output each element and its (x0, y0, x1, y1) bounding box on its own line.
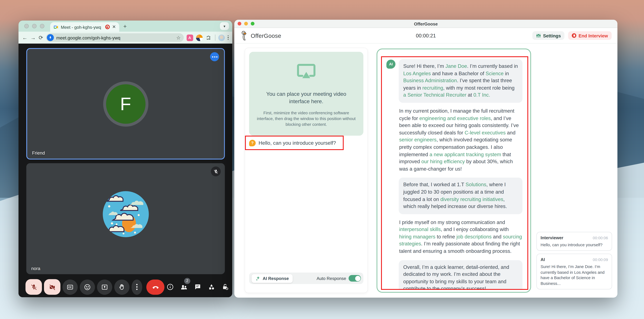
interviewer-question: ? Hello, can you introduce yourself? (245, 136, 344, 150)
participant-tile-nora[interactable]: nora (26, 163, 225, 274)
transcript-timestamp: 00:00:09 (593, 257, 608, 262)
avatar-initial: F (120, 94, 131, 114)
toggle-knob (355, 276, 360, 281)
meeting-panel: You can place your meeting video interfa… (245, 48, 368, 293)
sliders-icon (536, 33, 541, 38)
highlighted-phrase: a Senior Technical Recruiter (403, 92, 466, 98)
camera-button[interactable] (44, 279, 60, 295)
end-interview-button[interactable]: End Interview (568, 31, 612, 40)
tile-more-options-button[interactable] (210, 52, 219, 61)
leave-call-button[interactable] (146, 280, 164, 294)
window-title: OfferGoose (234, 21, 618, 26)
participant-avatar-illustration (103, 191, 149, 237)
highlighted-phrase: job descriptions (456, 234, 492, 240)
auto-response-toggle[interactable] (348, 275, 361, 282)
browser-menu-icon[interactable] (228, 35, 229, 40)
transcript-timestamp: 00:00:06 (593, 236, 608, 240)
video-placeholder: You can place your meeting video interfa… (249, 52, 364, 136)
offergoose-header: OfferGoose 00:00:21 Settings End Intervi… (234, 28, 618, 44)
browser-tab[interactable]: Meet - goh-kghs-ywq ✕ (50, 22, 119, 32)
mic-icon (48, 36, 52, 40)
response-text: Sure! Hi there, I’m (403, 63, 446, 69)
ai-response-button[interactable]: AI Response (252, 274, 292, 283)
people-button[interactable]: 2 (180, 283, 188, 291)
mic-off-icon (213, 169, 218, 174)
highlighted-phrase: senior engineers (399, 137, 436, 143)
transcript-card[interactable]: Interviewer00:00:06Hello, can you introd… (536, 232, 612, 251)
question-text: Hello, can you introduce yourself? (258, 140, 336, 146)
offergoose-window: OfferGoose OfferGoose 00:00:21 (234, 20, 618, 298)
response-text: Before that, I worked at 1.T (403, 182, 466, 188)
browser-tab-strip: Meet - goh-kghs-ywq ✕ + ▾ (18, 20, 232, 32)
participant-muted-icon (211, 166, 221, 176)
captions-icon (66, 284, 74, 290)
close-window-button[interactable] (24, 24, 29, 28)
auto-response-control: Auto Response (317, 275, 361, 282)
info-icon (166, 283, 174, 291)
settings-label: Settings (543, 33, 561, 38)
transcript-card[interactable]: AI00:00:09Sure! Hi there, I’m Jane Doe. … (536, 254, 612, 290)
highlighted-phrase: recruiting (422, 85, 443, 91)
meet-favicon (54, 24, 58, 30)
ai-avatar: AI (386, 60, 396, 69)
offergoose-body: You can place your meeting video interfa… (234, 44, 618, 297)
response-controls: AI Response Auto Response (249, 272, 364, 284)
highlighted-phrase: a new applicant tracking system (430, 152, 501, 157)
captions-button[interactable] (62, 280, 78, 294)
mic-button[interactable] (26, 279, 42, 295)
present-button[interactable] (97, 280, 112, 294)
response-paragraph: In my current position, I manage the ful… (399, 106, 522, 174)
activities-button[interactable] (208, 283, 216, 291)
camera-off-icon (49, 284, 56, 290)
highlighted-phrase: our hiring efficiency (421, 159, 465, 164)
transcript-text: Sure! Hi there, I’m Jane Doe. I’m curren… (540, 264, 608, 286)
forward-button[interactable]: → (30, 35, 36, 40)
placeholder-title: You can place your meeting video interfa… (256, 90, 357, 105)
placeholder-subtitle: First, minimize the video conferencing s… (256, 110, 357, 128)
response-text: , with my most recent role being (443, 85, 514, 91)
url-bar[interactable]: meet.google.com/goh-kghs-ywq ☆ (46, 33, 184, 42)
chat-button[interactable] (194, 283, 202, 291)
tab-title: Meet - goh-kghs-ywq (61, 24, 103, 30)
toolbar-divider (215, 34, 215, 41)
tab-close-button[interactable]: ✕ (112, 25, 116, 29)
back-button[interactable]: ← (22, 35, 28, 40)
end-interview-label: End Interview (578, 33, 608, 38)
transcript-sidebar: Interviewer00:00:06Hello, can you introd… (536, 48, 612, 293)
highlighted-phrase: Science (486, 70, 504, 76)
site-info-icon[interactable] (47, 34, 54, 41)
url-text: meet.google.com/goh-kghs-ywq (56, 35, 174, 40)
extensions-puzzle-icon[interactable] (206, 34, 212, 41)
zoom-window-button[interactable] (40, 24, 44, 28)
participant-tile-friend[interactable]: F Friend (26, 48, 225, 160)
meet-control-bar: 2 (18, 277, 232, 297)
highlighted-phrase: hiring managers (399, 234, 436, 240)
profile-avatar[interactable] (218, 34, 225, 41)
reactions-button[interactable] (80, 280, 95, 294)
bookmark-star-icon[interactable]: ☆ (176, 35, 180, 40)
color-wheel-extension-icon[interactable] (196, 34, 202, 41)
tab-search-button[interactable]: ▾ (220, 22, 229, 30)
host-controls-button[interactable] (222, 283, 229, 291)
stop-icon (572, 33, 576, 38)
translate-extension-icon[interactable]: A (186, 34, 193, 41)
settings-button[interactable]: Settings (532, 31, 564, 40)
desktop: Meet - goh-kghs-ywq ✕ + ▾ ← → ⟳ meet.goo… (0, 0, 644, 319)
window-controls (24, 24, 44, 28)
highlighted-phrase: Los Angeles (403, 70, 431, 76)
highlighted-phrase: C-level executives (465, 130, 506, 136)
response-text: Overall, I’m a quick learner, detail-ori… (403, 264, 509, 290)
reload-button[interactable]: ⟳ (39, 35, 43, 40)
highlighted-phrase: Solutions (466, 182, 486, 188)
raise-hand-button[interactable] (114, 280, 130, 294)
highlighted-phrase: 0.T Inc. (474, 92, 490, 98)
new-tab-button[interactable]: + (123, 23, 127, 30)
minimize-window-button[interactable] (32, 24, 36, 28)
meeting-details-button[interactable] (166, 283, 174, 291)
highlighted-phrase: Business Administration (403, 78, 457, 84)
smiley-icon (84, 284, 91, 290)
more-options-button[interactable] (132, 280, 142, 294)
mic-off-icon (30, 284, 37, 290)
people-icon (180, 283, 188, 291)
sparkles-icon (255, 276, 260, 281)
